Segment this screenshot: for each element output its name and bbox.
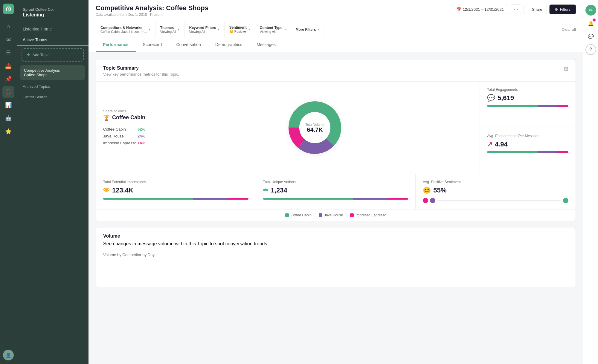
- nav-reports-icon[interactable]: 📊: [2, 99, 14, 111]
- nav-star-icon[interactable]: ⭐: [2, 126, 14, 137]
- metrics-panel: Total Engagements 💬 5,619 Avg. Engagemen: [480, 82, 576, 174]
- filter-themes[interactable]: Themes Viewing All ▾: [155, 22, 184, 38]
- comment-button[interactable]: 💬: [585, 31, 596, 42]
- sidebar-link-twitter[interactable]: Twitter Search: [17, 92, 89, 102]
- avg-engagements-number: 4.94: [495, 140, 508, 148]
- filter-themes-label: Themes: [160, 26, 176, 30]
- nav-home-icon[interactable]: ⌂: [2, 20, 14, 32]
- filter-sentiment[interactable]: Sentiment 😊 Positive ▾: [225, 21, 255, 38]
- bar-p: [193, 198, 228, 200]
- date-range-label: 12/1/2021 – 12/31/2021: [463, 7, 504, 12]
- filter-keywords[interactable]: Keyword Filters Viewing All ▾: [184, 22, 225, 38]
- sov-label: Share of Voice: [103, 109, 145, 113]
- share-button[interactable]: ↑ Share: [524, 5, 547, 14]
- total-engagements-metric: Total Engagements 💬 5,619: [480, 82, 576, 128]
- list-item: Impresso Espresso 14%: [103, 140, 145, 146]
- nav-automation-icon[interactable]: 🤖: [2, 112, 14, 124]
- share-label: Share: [532, 7, 542, 12]
- competitor-pct: 14%: [138, 141, 145, 145]
- smile-icon: 😊: [423, 186, 431, 194]
- eye-icon: 👁: [103, 186, 110, 194]
- listening-home-label: Listening Home: [23, 27, 52, 31]
- nav-publish-icon[interactable]: 📤: [2, 60, 14, 72]
- avg-engagements-bar: [487, 151, 568, 153]
- filter-more[interactable]: More Filters ▾: [291, 23, 324, 36]
- clear-all-button[interactable]: Clear all: [562, 23, 576, 36]
- share-of-voice-section: Share of Voice 🏆 Coffee Cabin Coffee Cab…: [96, 82, 480, 174]
- metric-value: 💬 5,619: [487, 94, 568, 102]
- tab-scorecard[interactable]: Scorecard: [136, 38, 169, 52]
- notification-badge: [592, 18, 596, 22]
- company-name: Sprout Coffee Co.: [23, 7, 83, 12]
- sentiment-dot-purple: [430, 198, 435, 203]
- page-subtitle: Data available from Dec 1, 2018 - Presen…: [96, 13, 208, 17]
- competitor-pct: 24%: [138, 134, 145, 138]
- sidebar-link-archived[interactable]: Archived Topics: [17, 81, 89, 92]
- volume-chart-placeholder: [96, 263, 576, 287]
- edit-button[interactable]: ✏: [585, 5, 596, 16]
- bar-segment-pink: [557, 105, 568, 107]
- tab-conversation[interactable]: Conversation: [169, 38, 208, 52]
- bar-pk2: [388, 198, 408, 200]
- filter-competitors-label: Competitors & Networks: [100, 26, 147, 30]
- filter-content-type-label: Content Type: [260, 26, 283, 30]
- sov-details: Share of Voice 🏆 Coffee Cabin Coffee Cab…: [103, 109, 145, 146]
- volume-title: Volume: [103, 233, 568, 239]
- svg-point-0: [8, 8, 9, 10]
- chevron-down-icon-4: ▾: [248, 28, 250, 31]
- volume-by-text: Volume by Competitor by Day: [103, 253, 155, 257]
- arrow-up-icon: ↗: [487, 140, 492, 148]
- competitor-name: Coffee Cabin: [103, 127, 126, 131]
- topic-name: Competitive AnalysisCoffee Shops: [24, 68, 60, 77]
- active-topics-label: Active Topics: [23, 37, 47, 42]
- help-button[interactable]: ?: [585, 44, 596, 55]
- impressions-bar: [103, 198, 248, 200]
- volume-header: Volume: [96, 227, 576, 241]
- sentiment-label: Avg. Positive Sentiment: [423, 180, 568, 184]
- filter-competitors[interactable]: Competitors & Networks Coffee Cabin, Jav…: [96, 22, 155, 38]
- twitter-label: Twitter Search: [23, 95, 48, 99]
- tab-performance[interactable]: Performance: [96, 38, 136, 52]
- legend-label-impresso: Impresso Espresso: [356, 213, 386, 217]
- sentiment-bar-special: [423, 198, 568, 203]
- sidebar-item-listening-home[interactable]: Listening Home: [17, 24, 89, 34]
- grid-view-icon[interactable]: ⊞: [564, 65, 568, 72]
- nav-pin-icon[interactable]: 📌: [2, 73, 14, 85]
- date-range-button[interactable]: 📅 12/1/2021 – 12/31/2021: [452, 5, 508, 14]
- chevron-down-icon-2: ▾: [178, 28, 179, 31]
- filter-bar: Competitors & Networks Coffee Cabin, Jav…: [89, 21, 583, 38]
- add-topic-button[interactable]: + Add Topic: [22, 48, 84, 62]
- tab-demographics[interactable]: Demographics: [208, 38, 249, 52]
- filters-button[interactable]: ⚙ Filters: [549, 4, 576, 14]
- bar-segment-purple-2: [538, 151, 557, 153]
- chevron-down-icon-5: ▾: [284, 28, 286, 31]
- summary-grid: Share of Voice 🏆 Coffee Cabin Coffee Cab…: [96, 82, 576, 174]
- content-tabs: Performance Scorecard Conversation Demog…: [89, 38, 583, 52]
- competitor-name: Impresso Espresso: [103, 141, 136, 145]
- engagements-bar: [487, 105, 568, 107]
- engagements-number: 5,619: [498, 94, 514, 102]
- bar-segment-purple: [538, 105, 557, 107]
- sentiment-value: 😊 55%: [423, 186, 568, 194]
- legend-dot-purple: [319, 213, 322, 217]
- user-avatar[interactable]: 👤: [3, 350, 14, 360]
- notification-button[interactable]: 🔔: [585, 18, 596, 29]
- filter-themes-value: Viewing All: [160, 30, 176, 33]
- nav-listening-icon[interactable]: 🎧: [2, 86, 14, 98]
- metric-value-2: ↗ 4.94: [487, 140, 568, 148]
- filters-label: Filters: [560, 7, 570, 12]
- filter-content-type[interactable]: Content Type Viewing All ▾: [255, 22, 291, 38]
- more-options-button[interactable]: ···: [511, 4, 521, 14]
- nav-tasks-icon[interactable]: ☰: [2, 47, 14, 59]
- icon-rail: ⌂ ✉ ☰ 📤 📌 🎧 📊 🤖 ⭐ 👤: [0, 0, 17, 364]
- sidebar-item-active-topics[interactable]: Active Topics: [17, 34, 89, 46]
- filter-keywords-value: Viewing All: [189, 30, 216, 33]
- tab-messages[interactable]: Messages: [249, 38, 283, 52]
- filter-content-type-value: Viewing All: [260, 30, 283, 33]
- nav-inbox-icon[interactable]: ✉: [2, 33, 14, 45]
- sentiment-bar-empty: [437, 200, 561, 201]
- bar-p2: [353, 198, 388, 200]
- legend-dot-pink: [350, 213, 354, 217]
- topic-item-competitive-analysis[interactable]: Competitive AnalysisCoffee Shops: [20, 65, 85, 80]
- bar-segment-green-2: [487, 151, 538, 153]
